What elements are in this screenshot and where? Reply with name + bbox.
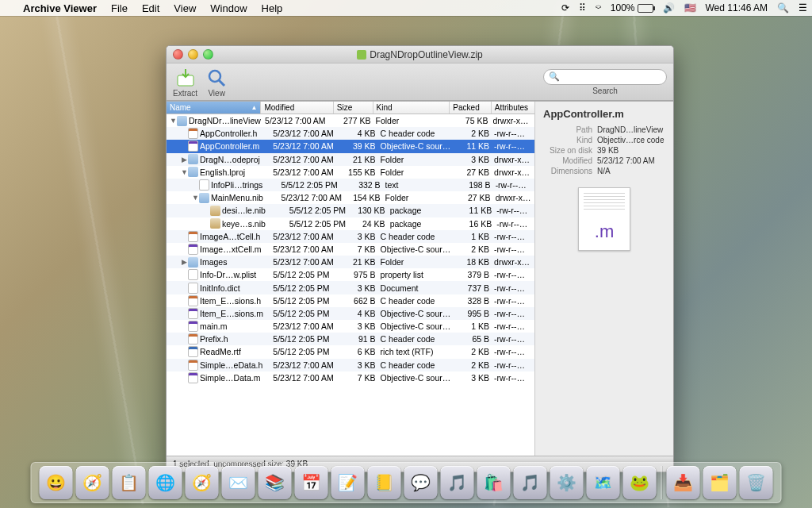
battery-status[interactable]: 100% bbox=[606, 2, 658, 13]
table-row[interactable]: ▼DragNDr…lineView5/23/12 7:00 AM277 KBFo… bbox=[167, 114, 534, 127]
menu-edit[interactable]: Edit bbox=[135, 2, 167, 14]
dock-app-13[interactable]: 🎵 bbox=[514, 466, 547, 499]
table-row[interactable]: AppController.m5/23/12 7:00 AM39 KBObjec… bbox=[167, 140, 534, 152]
table-row[interactable]: Simple…eData.h5/23/12 7:00 AM3 KBC heade… bbox=[167, 359, 534, 371]
col-attr[interactable]: Attributes bbox=[492, 102, 534, 114]
dock-app-9[interactable]: 📒 bbox=[368, 466, 401, 499]
menu-file[interactable]: File bbox=[104, 2, 135, 14]
table-row[interactable]: ReadMe.rtf5/5/12 2:05 PM6 KBrich text (R… bbox=[167, 345, 534, 358]
table-row[interactable]: InitInfo.dict5/5/12 2:05 PM3 KBDocument7… bbox=[167, 281, 534, 294]
file-name: InfoPli…trings bbox=[211, 180, 262, 190]
table-row[interactable]: ▼English.lproj5/23/12 7:00 AM155 KBFolde… bbox=[167, 166, 534, 179]
cell-size: 277 KB bbox=[337, 116, 376, 125]
table-row[interactable]: Prefix.h5/5/12 2:05 PM91 BC header code6… bbox=[167, 333, 534, 345]
file-icon bbox=[188, 308, 198, 319]
disclosure-icon[interactable]: ▼ bbox=[192, 194, 199, 202]
disclosure-icon[interactable]: ▶ bbox=[181, 156, 188, 164]
cell-kind: package bbox=[390, 206, 459, 215]
sync-icon[interactable]: ⟳ bbox=[557, 2, 574, 13]
clock[interactable]: Wed 11:46 AM bbox=[701, 2, 773, 13]
cell-attr: drwxr-x… bbox=[494, 155, 534, 164]
dock-right-1[interactable]: 🗂️ bbox=[703, 466, 737, 499]
cell-kind: rich text (RTF) bbox=[381, 347, 454, 356]
dock-app-2[interactable]: 📋 bbox=[113, 466, 146, 499]
file-name: Image…xtCell.m bbox=[200, 244, 262, 254]
file-name: Images bbox=[200, 257, 227, 267]
dock-app-7[interactable]: 📅 bbox=[295, 466, 328, 499]
dock-app-6[interactable]: 📚 bbox=[259, 466, 292, 499]
col-packed[interactable]: Packed bbox=[450, 102, 491, 114]
cell-packed: 737 B bbox=[454, 283, 494, 293]
file-name: English.lproj bbox=[200, 167, 245, 177]
volume-icon[interactable]: 🔊 bbox=[658, 2, 680, 13]
app-menu[interactable]: Archive Viewer bbox=[16, 2, 104, 14]
list-icon[interactable]: ☰ bbox=[794, 2, 812, 13]
table-row[interactable]: Item_E…sions.h5/5/12 2:05 PM662 BC heade… bbox=[167, 294, 534, 307]
col-size[interactable]: Size bbox=[334, 102, 373, 114]
table-row[interactable]: ImageA…tCell.h5/23/12 7:00 AM3 KBC heade… bbox=[167, 230, 534, 243]
dock-app-10[interactable]: 💬 bbox=[404, 466, 438, 499]
extract-button[interactable]: Extract bbox=[173, 67, 197, 98]
table-row[interactable]: Image…xtCell.m5/23/12 7:00 AM7 KBObjecti… bbox=[167, 243, 534, 256]
file-icon bbox=[188, 257, 198, 267]
table-row[interactable]: AppController.h5/23/12 7:00 AM4 KBC head… bbox=[167, 127, 534, 140]
dock-app-15[interactable]: 🗺️ bbox=[587, 466, 620, 499]
info-pane: AppController.m PathDragND…lineView Kind… bbox=[534, 102, 673, 456]
file-icon bbox=[210, 218, 220, 229]
cell-modified: 5/5/12 2:05 PM bbox=[273, 334, 343, 344]
dock-app-3[interactable]: 🌐 bbox=[149, 466, 182, 499]
dock-app-8[interactable]: 📝 bbox=[331, 466, 365, 499]
table-row[interactable]: Info-Dr…w.plist5/5/12 2:05 PM975 Bproper… bbox=[167, 268, 534, 281]
minimize-button[interactable] bbox=[188, 49, 198, 60]
dock-app-14[interactable]: ⚙️ bbox=[550, 466, 584, 499]
cell-packed: 16 KB bbox=[459, 219, 496, 229]
cell-size: 332 B bbox=[349, 180, 385, 190]
disclosure-icon[interactable]: ▼ bbox=[181, 168, 188, 176]
table-row[interactable]: ▼MainMenu.nib5/23/12 7:00 AM154 KBFolder… bbox=[167, 191, 534, 204]
flag-icon[interactable]: 🇺🇸 bbox=[680, 2, 701, 13]
wifi-icon[interactable]: ⌔ bbox=[591, 2, 606, 13]
dock-app-16[interactable]: 🐸 bbox=[623, 466, 657, 499]
col-kind[interactable]: Kind bbox=[373, 102, 450, 114]
view-icon bbox=[205, 67, 228, 89]
search-input[interactable]: 🔍 bbox=[543, 69, 667, 85]
col-modified[interactable]: Modified bbox=[261, 102, 333, 114]
titlebar[interactable]: DragNDropOutlineView.zip bbox=[167, 46, 673, 64]
table-row[interactable]: desi…le.nib5/5/12 2:05 PM130 KBpackage11… bbox=[167, 204, 534, 217]
cell-modified: 5/23/12 7:00 AM bbox=[273, 141, 343, 151]
file-name: Item_E…sions.m bbox=[200, 309, 263, 318]
file-icon bbox=[199, 179, 209, 190]
dots-icon[interactable]: ⠿ bbox=[574, 2, 591, 13]
spotlight-icon[interactable]: 🔍 bbox=[772, 2, 794, 13]
dock-app-4[interactable]: 🧭 bbox=[186, 466, 219, 499]
dock-app-5[interactable]: ✉️ bbox=[222, 466, 255, 499]
cell-attr: -rw-r--… bbox=[496, 180, 534, 190]
view-button[interactable]: View bbox=[205, 67, 228, 98]
dock-app-11[interactable]: 🎵 bbox=[441, 466, 474, 499]
cell-modified: 5/23/12 7:00 AM bbox=[273, 167, 343, 177]
dock-app-0[interactable]: 😀 bbox=[40, 466, 73, 499]
disclosure-icon[interactable]: ▼ bbox=[170, 117, 177, 125]
table-row[interactable]: keye…s.nib5/5/12 2:05 PM24 KBpackage16 K… bbox=[167, 217, 534, 230]
table-row[interactable]: ▶DragN…odeproj5/23/12 7:00 AM21 KBFolder… bbox=[167, 153, 534, 166]
dock-app-1[interactable]: 🧭 bbox=[76, 466, 109, 499]
table-row[interactable]: main.m5/23/12 7:00 AM3 KBObjective-C sou… bbox=[167, 320, 534, 333]
menu-view[interactable]: View bbox=[167, 2, 203, 14]
table-row[interactable]: ▶Images5/23/12 7:00 AM21 KBFolder18 KBdr… bbox=[167, 256, 534, 268]
disclosure-icon[interactable]: ▶ bbox=[181, 258, 188, 266]
menu-help[interactable]: Help bbox=[255, 2, 290, 14]
zoom-button[interactable] bbox=[203, 49, 213, 60]
dock-app-12[interactable]: 🛍️ bbox=[477, 466, 511, 499]
file-name: AppController.h bbox=[200, 129, 257, 138]
table-row[interactable]: Simple…Data.m5/23/12 7:00 AM7 KBObjectiv… bbox=[167, 371, 534, 384]
table-row[interactable]: InfoPli…trings5/5/12 2:05 PM332 Btext198… bbox=[167, 179, 534, 191]
menu-window[interactable]: Window bbox=[203, 2, 254, 14]
dock-right-0[interactable]: 📥 bbox=[667, 466, 700, 499]
dock-right-2[interactable]: 🗑️ bbox=[740, 466, 773, 499]
close-button[interactable] bbox=[173, 49, 183, 60]
table-row[interactable]: Item_E…sions.m5/5/12 2:05 PM4 KBObjectiv… bbox=[167, 307, 534, 320]
col-name[interactable]: Name▲ bbox=[167, 102, 261, 114]
cell-size: 3 KB bbox=[343, 321, 380, 331]
info-mod-label: Modified bbox=[543, 156, 597, 165]
cell-attr: -rw-r--… bbox=[494, 296, 534, 306]
